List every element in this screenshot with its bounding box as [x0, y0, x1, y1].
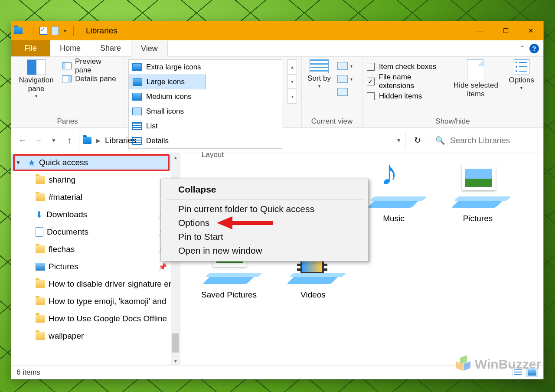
tree-item[interactable]: How to type emoji, 'kaomoji' and — [11, 293, 180, 310]
search-placeholder: Search Libraries — [450, 136, 510, 145]
folder-icon — [36, 315, 45, 323]
ctx-options[interactable]: Options — [161, 216, 368, 230]
close-button[interactable]: ✕ — [518, 21, 543, 40]
item-checkboxes-toggle[interactable]: Item check boxes — [367, 59, 447, 74]
maximize-button[interactable]: ☐ — [493, 21, 518, 40]
up-button[interactable]: ↑ — [63, 134, 75, 147]
qat-properties-icon[interactable] — [39, 27, 47, 35]
search-box[interactable]: 🔍 Search Libraries — [430, 132, 538, 149]
tree-item[interactable]: How to disable driver signature en — [11, 275, 180, 293]
file-extensions-toggle[interactable]: File name extensions — [367, 74, 447, 89]
options-label: Options — [509, 76, 534, 85]
folder-icon — [36, 280, 45, 288]
item-label: Videos — [300, 290, 326, 300]
checkbox-icon — [367, 78, 375, 85]
tree-item[interactable]: flechas📌 — [11, 241, 180, 258]
tree-item[interactable]: wallpaper — [11, 327, 180, 345]
forward-button[interactable]: → — [32, 134, 44, 147]
layout-small[interactable]: Small icons — [129, 104, 206, 119]
tree-item[interactable]: How to Use Google Docs Offline — [11, 310, 180, 327]
tree-item[interactable]: sharing — [11, 171, 180, 189]
item-label: Saved Pictures — [201, 290, 257, 300]
layout-extra-large[interactable]: Extra large icons — [129, 60, 206, 75]
documents-icon — [36, 227, 43, 237]
hidden-items-toggle[interactable]: Hidden items — [367, 89, 447, 104]
group-by-icon — [337, 62, 348, 70]
tree-item[interactable]: ⬇Downloads📌 — [11, 206, 180, 223]
layout-scroll-up[interactable]: ▲ — [287, 59, 297, 74]
ribbon-tabs: File Home Share View ⌃ ? — [11, 40, 543, 57]
add-columns-button[interactable]: ▾ — [337, 72, 353, 85]
address-dropdown-icon[interactable]: ▼ — [396, 137, 402, 144]
library-item-music[interactable]: Music — [358, 162, 429, 223]
collapse-ribbon-icon[interactable]: ⌃ — [519, 44, 525, 52]
ctx-pin-start[interactable]: Pin to Start — [161, 230, 368, 244]
refresh-button[interactable]: ↻ — [409, 132, 426, 149]
item-label: Music — [383, 214, 405, 223]
group-showhide-label: Show/hide — [367, 115, 539, 127]
sort-by-button[interactable]: Sort by ▾ — [306, 59, 332, 88]
size-columns-button[interactable] — [337, 85, 353, 98]
group-panes-label: Panes — [16, 115, 119, 127]
watermark-logo-icon — [456, 356, 471, 372]
pin-icon: 📌 — [158, 263, 167, 271]
ctx-new-window[interactable]: Open in new window — [161, 244, 368, 258]
help-icon[interactable]: ? — [529, 44, 539, 53]
chevron-down-icon[interactable]: ▼ — [16, 160, 24, 166]
details-pane-label: Details pane — [75, 75, 116, 83]
sort-by-icon — [310, 59, 329, 73]
navigation-pane-button[interactable]: Navigation pane ▾ — [16, 59, 57, 99]
address-bar[interactable]: ▶ Libraries ▼ — [79, 132, 405, 149]
checkbox-icon — [367, 92, 375, 100]
group-by-button[interactable]: ▾ — [337, 59, 353, 72]
details-pane-button[interactable]: Details pane — [62, 72, 119, 85]
tree-item[interactable]: #material — [11, 189, 180, 206]
tab-home[interactable]: Home — [50, 40, 91, 56]
options-button[interactable]: Options ▾ — [504, 59, 539, 90]
navigation-tree[interactable]: ▼ ★ Quick access sharing #material ⬇Down… — [11, 153, 180, 365]
tree-item[interactable]: Documents📌 — [11, 223, 180, 241]
tree-item[interactable]: Pictures📌 — [11, 258, 180, 275]
scroll-thumb[interactable] — [172, 333, 179, 353]
quick-access-icon: ★ — [28, 157, 36, 168]
back-button[interactable]: ← — [16, 134, 29, 147]
folder-icon — [36, 176, 45, 184]
minimize-button[interactable]: — — [468, 21, 493, 40]
qat-newfolder-icon[interactable] — [52, 26, 59, 35]
titlebar[interactable]: ▼ Libraries — ☐ ✕ — [11, 21, 543, 40]
layout-large[interactable]: Large icons — [129, 75, 206, 89]
pictures-icon — [36, 263, 45, 271]
navbar: ← → ▼ ↑ ▶ Libraries ▼ ↻ 🔍 Search Librari… — [11, 128, 543, 153]
window-title: Libraries — [86, 26, 118, 36]
navigation-pane-label: Navigation pane — [16, 76, 57, 93]
layout-scroll-down[interactable]: ▼ — [287, 74, 297, 89]
qat-customize-icon[interactable]: ▼ — [63, 29, 67, 33]
tree-quick-access-label: Quick access — [39, 158, 88, 167]
add-columns-icon — [337, 75, 348, 83]
folder-icon — [36, 297, 45, 305]
tab-share[interactable]: Share — [91, 40, 131, 56]
tab-view[interactable]: View — [131, 41, 168, 57]
breadcrumb-separator-icon[interactable]: ▶ — [96, 137, 101, 144]
hide-selected-button[interactable]: Hide selected items — [452, 59, 499, 98]
ctx-pin-quick-access[interactable]: Pin current folder to Quick access — [161, 202, 368, 216]
library-item-pictures[interactable]: Pictures — [442, 162, 513, 223]
ctx-collapse[interactable]: Collapse — [161, 183, 368, 196]
layout-scroll-more[interactable]: ▾ — [287, 89, 297, 104]
group-currentview-label: Current view — [306, 115, 358, 127]
sort-by-label: Sort by — [307, 74, 331, 83]
breadcrumb-location[interactable]: Libraries — [105, 136, 137, 145]
tab-file[interactable]: File — [11, 40, 50, 56]
scroll-down-icon[interactable]: ▼ — [171, 356, 180, 365]
tree-quick-access[interactable]: ▼ ★ Quick access — [11, 154, 180, 171]
app-icon — [14, 27, 23, 34]
layout-medium[interactable]: Medium icons — [129, 89, 206, 104]
preview-pane-icon — [62, 62, 72, 69]
item-label: Pictures — [463, 214, 493, 223]
folder-icon — [36, 332, 45, 340]
recent-locations-button[interactable]: ▼ — [48, 134, 60, 147]
preview-pane-button[interactable]: Preview pane — [62, 59, 119, 72]
watermark-text: WinBuzzer — [475, 357, 541, 372]
scroll-up-icon[interactable]: ▲ — [171, 153, 180, 162]
preview-pane-label: Preview pane — [75, 57, 119, 75]
